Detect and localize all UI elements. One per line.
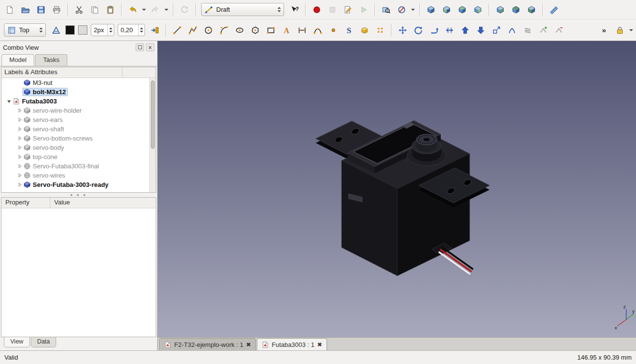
lock-toolbars-button[interactable]	[612, 23, 627, 38]
tree-item[interactable]: Servo-Futaba-3003-ready	[1, 180, 156, 189]
tab-tasks[interactable]: Tasks	[35, 54, 67, 66]
macro-play-button[interactable]	[356, 2, 371, 17]
draft-rectangle-button[interactable]	[263, 23, 278, 38]
redo-button[interactable]	[147, 2, 163, 17]
draft-shapestring-button[interactable]: S	[341, 23, 356, 38]
expander-icon[interactable]	[16, 182, 23, 188]
text-scale-spinner[interactable]: 0,20	[118, 24, 145, 36]
tree-item[interactable]: Servo-Futaba3003-final	[1, 162, 156, 171]
draft-downgrade-button[interactable]	[473, 23, 488, 38]
macro-record-button[interactable]	[309, 2, 324, 17]
close-icon[interactable]: ✖	[317, 342, 322, 348]
draft-wire-button[interactable]	[185, 23, 200, 38]
open-document-button[interactable]	[18, 2, 33, 17]
workbench-selector[interactable]: Draft	[201, 3, 284, 16]
tree-item[interactable]: servo-ears	[1, 115, 156, 124]
whats-this-button[interactable]: ?	[287, 2, 302, 17]
view-bottom-button[interactable]	[508, 2, 523, 17]
undo-dropdown[interactable]	[141, 2, 147, 17]
paste-button[interactable]	[103, 2, 118, 17]
expander-icon[interactable]	[16, 154, 23, 161]
draft-point-array-button[interactable]	[372, 23, 388, 38]
draft-rotate-button[interactable]	[410, 23, 426, 38]
toolbar-overflow-button[interactable]: »	[596, 23, 612, 38]
cut-button[interactable]	[71, 2, 86, 17]
3d-viewport[interactable]: x y z	[158, 41, 636, 337]
tab-data[interactable]: Data	[31, 337, 56, 347]
draft-point-button[interactable]	[326, 23, 341, 38]
draw-style-dropdown[interactable]	[410, 2, 416, 17]
draft-line-button[interactable]	[169, 23, 185, 38]
macro-edit-button[interactable]	[340, 2, 355, 17]
draft-circle-button[interactable]	[201, 23, 216, 38]
draft-ellipse-button[interactable]	[232, 23, 247, 38]
mdi-tab[interactable]: Futaba3003 : 1✖	[257, 338, 327, 350]
tree-scrollbar[interactable]	[149, 78, 156, 192]
tree-item[interactable]: servo-shaft	[1, 124, 156, 134]
print-button[interactable]	[49, 2, 64, 17]
spinner-arrows-icon[interactable]	[138, 24, 144, 36]
draft-trimex-button[interactable]	[442, 23, 457, 38]
view-rear-button[interactable]	[492, 2, 508, 17]
draft-bspline-button[interactable]	[310, 23, 325, 38]
measure-distance-button[interactable]	[546, 2, 561, 17]
new-document-button[interactable]	[2, 2, 17, 17]
refresh-button[interactable]	[177, 2, 192, 17]
line-color-swatch[interactable]	[65, 25, 75, 35]
draft-arc-button[interactable]	[216, 23, 231, 38]
spinner-arrows-icon[interactable]	[107, 24, 114, 36]
line-width-spinner[interactable]: 2px	[91, 24, 114, 36]
redo-dropdown[interactable]	[163, 2, 169, 17]
draft-polygon-button[interactable]	[247, 23, 263, 38]
draft-scale-button[interactable]	[489, 23, 504, 38]
expander-icon[interactable]	[16, 144, 23, 151]
expander-icon[interactable]	[16, 126, 23, 133]
draft-offset-button[interactable]	[426, 23, 441, 38]
draft-upgrade-button[interactable]	[457, 23, 472, 38]
tree-item[interactable]: servo-body	[1, 143, 156, 152]
expander-icon[interactable]	[16, 163, 23, 170]
copy-button[interactable]	[87, 2, 102, 17]
construction-mode-button[interactable]	[48, 23, 63, 38]
expander-icon[interactable]	[16, 107, 23, 114]
view-top-button[interactable]	[454, 2, 470, 17]
undo-button[interactable]	[125, 2, 140, 17]
view-axonometric-button[interactable]	[423, 2, 438, 17]
working-plane-selector[interactable]: Top	[4, 23, 46, 37]
view-left-button[interactable]	[524, 2, 539, 17]
tree-item[interactable]: M3-nut	[1, 78, 156, 87]
panel-splitter[interactable]: ● ● ●	[1, 193, 156, 197]
zoom-box-button[interactable]	[378, 2, 393, 17]
expander-icon[interactable]	[16, 172, 23, 179]
expander-icon[interactable]	[5, 98, 12, 105]
draft-edit-button[interactable]	[504, 23, 519, 38]
draft-move-button[interactable]	[395, 23, 410, 38]
macro-stop-button[interactable]	[325, 2, 340, 17]
save-document-button[interactable]	[33, 2, 48, 17]
draft-facebinder-button[interactable]	[357, 23, 372, 38]
draft-shape2dview-button[interactable]	[520, 23, 535, 38]
tab-view[interactable]: View	[4, 337, 30, 347]
lock-dropdown[interactable]	[628, 23, 634, 38]
expander-icon[interactable]	[16, 117, 23, 123]
servo-3d-model[interactable]	[316, 121, 490, 276]
apply-style-button[interactable]	[147, 23, 162, 38]
close-panel-button[interactable]	[146, 43, 154, 51]
float-panel-button[interactable]	[136, 43, 144, 51]
view-right-button[interactable]	[470, 2, 485, 17]
draft-dimension-button[interactable]	[294, 23, 309, 38]
face-color-swatch[interactable]	[78, 25, 87, 35]
close-icon[interactable]: ✖	[246, 342, 251, 348]
draft-del-point-button[interactable]	[551, 23, 566, 38]
tab-model[interactable]: Model	[1, 54, 34, 66]
tree-item[interactable]: servo-wire-holder	[1, 106, 156, 115]
expander-icon[interactable]	[16, 135, 23, 142]
tree-item[interactable]: bolt-M3x12	[1, 87, 156, 97]
draft-text-button[interactable]: A	[279, 23, 294, 38]
mdi-tab[interactable]: F2-T32-ejemplo-work : 1✖	[159, 338, 256, 350]
tree-item[interactable]: top-cone	[1, 152, 156, 162]
scrollbar-thumb[interactable]	[151, 81, 155, 149]
draft-add-point-button[interactable]	[535, 23, 551, 38]
view-front-button[interactable]	[439, 2, 454, 17]
tree-item[interactable]: Servo-bottom-screws	[1, 134, 156, 143]
